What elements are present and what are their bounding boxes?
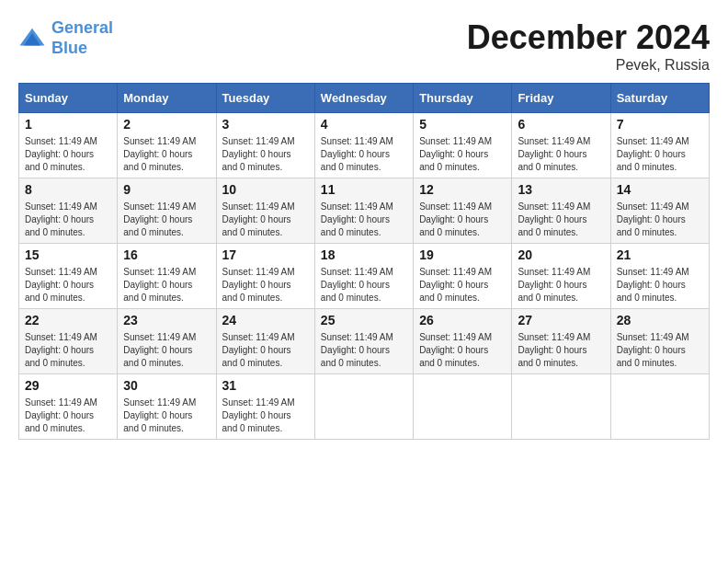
day-number: 14 (617, 182, 703, 197)
day-info: Sunset: 11:49 AM Daylight: 0 hours and 0… (25, 266, 111, 304)
calendar-day-header: Friday (512, 84, 610, 113)
calendar-week-row: 15Sunset: 11:49 AM Daylight: 0 hours and… (19, 244, 710, 309)
calendar-week-row: 29Sunset: 11:49 AM Daylight: 0 hours and… (19, 374, 710, 440)
calendar-cell: 8Sunset: 11:49 AM Daylight: 0 hours and … (19, 178, 118, 244)
location: Pevek, Russia (467, 57, 710, 74)
calendar-cell: 14Sunset: 11:49 AM Daylight: 0 hours and… (610, 178, 709, 244)
day-number: 18 (321, 247, 407, 262)
page-header: General Blue December 2024 Pevek, Russia (18, 18, 710, 74)
calendar-cell: 12Sunset: 11:49 AM Daylight: 0 hours and… (414, 178, 512, 244)
calendar-week-row: 8Sunset: 11:49 AM Daylight: 0 hours and … (19, 178, 710, 244)
calendar-cell: 5Sunset: 11:49 AM Daylight: 0 hours and … (414, 113, 512, 178)
day-number: 2 (123, 117, 210, 132)
day-info: Sunset: 11:49 AM Daylight: 0 hours and 0… (617, 331, 703, 370)
day-number: 21 (617, 247, 703, 262)
day-info: Sunset: 11:49 AM Daylight: 0 hours and 0… (321, 201, 407, 239)
calendar-header-row: SundayMondayTuesdayWednesdayThursdayFrid… (19, 84, 710, 113)
day-info: Sunset: 11:49 AM Daylight: 0 hours and 0… (419, 266, 506, 304)
day-info: Sunset: 11:49 AM Daylight: 0 hours and 0… (419, 331, 506, 370)
day-number: 30 (123, 378, 210, 393)
day-info: Sunset: 11:49 AM Daylight: 0 hours and 0… (518, 135, 604, 174)
day-info: Sunset: 11:49 AM Daylight: 0 hours and 0… (123, 396, 210, 435)
day-info: Sunset: 11:49 AM Daylight: 0 hours and 0… (321, 266, 407, 304)
day-info: Sunset: 11:49 AM Daylight: 0 hours and 0… (25, 396, 111, 435)
calendar-day-header: Wednesday (314, 84, 413, 113)
day-number: 7 (617, 117, 703, 132)
day-number: 8 (25, 182, 111, 197)
day-info: Sunset: 11:49 AM Daylight: 0 hours and 0… (123, 331, 210, 370)
calendar-cell: 23Sunset: 11:49 AM Daylight: 0 hours and… (118, 309, 216, 374)
calendar-cell (414, 374, 512, 440)
day-info: Sunset: 11:49 AM Daylight: 0 hours and 0… (123, 135, 210, 174)
calendar-cell: 26Sunset: 11:49 AM Daylight: 0 hours and… (414, 309, 512, 374)
title-area: December 2024 Pevek, Russia (467, 18, 710, 74)
logo-icon (18, 25, 46, 52)
day-number: 24 (222, 313, 309, 327)
day-info: Sunset: 11:49 AM Daylight: 0 hours and 0… (617, 266, 703, 304)
day-number: 6 (518, 117, 604, 132)
day-number: 29 (25, 378, 111, 393)
calendar-cell (314, 374, 413, 440)
calendar-cell: 9Sunset: 11:49 AM Daylight: 0 hours and … (118, 178, 216, 244)
day-info: Sunset: 11:49 AM Daylight: 0 hours and 0… (617, 201, 703, 239)
calendar-cell: 30Sunset: 11:49 AM Daylight: 0 hours and… (118, 374, 216, 440)
day-number: 5 (419, 117, 506, 132)
day-number: 17 (222, 247, 309, 262)
calendar-cell: 6Sunset: 11:49 AM Daylight: 0 hours and … (512, 113, 610, 178)
day-info: Sunset: 11:49 AM Daylight: 0 hours and 0… (321, 135, 407, 174)
day-number: 13 (518, 182, 604, 197)
day-info: Sunset: 11:49 AM Daylight: 0 hours and 0… (25, 331, 111, 370)
day-number: 31 (222, 378, 309, 393)
day-number: 25 (321, 313, 407, 327)
logo: General Blue (18, 18, 113, 58)
day-info: Sunset: 11:49 AM Daylight: 0 hours and 0… (222, 266, 309, 304)
calendar-cell: 25Sunset: 11:49 AM Daylight: 0 hours and… (314, 309, 413, 374)
day-info: Sunset: 11:49 AM Daylight: 0 hours and 0… (222, 135, 309, 174)
day-number: 4 (321, 117, 407, 132)
day-number: 23 (123, 313, 210, 327)
calendar-cell: 22Sunset: 11:49 AM Daylight: 0 hours and… (19, 309, 118, 374)
logo-text: General Blue (51, 18, 113, 58)
calendar-cell: 2Sunset: 11:49 AM Daylight: 0 hours and … (118, 113, 216, 178)
day-number: 19 (419, 247, 506, 262)
day-info: Sunset: 11:49 AM Daylight: 0 hours and 0… (123, 266, 210, 304)
day-info: Sunset: 11:49 AM Daylight: 0 hours and 0… (518, 201, 604, 239)
day-info: Sunset: 11:49 AM Daylight: 0 hours and 0… (419, 135, 506, 174)
day-number: 16 (123, 247, 210, 262)
day-number: 3 (222, 117, 309, 132)
calendar-cell: 7Sunset: 11:49 AM Daylight: 0 hours and … (610, 113, 709, 178)
day-info: Sunset: 11:49 AM Daylight: 0 hours and 0… (518, 266, 604, 304)
day-number: 27 (518, 313, 604, 327)
calendar-cell: 3Sunset: 11:49 AM Daylight: 0 hours and … (216, 113, 314, 178)
calendar-cell (610, 374, 709, 440)
day-number: 10 (222, 182, 309, 197)
calendar-cell (512, 374, 610, 440)
calendar-table: SundayMondayTuesdayWednesdayThursdayFrid… (18, 83, 710, 440)
calendar-cell: 28Sunset: 11:49 AM Daylight: 0 hours and… (610, 309, 709, 374)
calendar-cell: 18Sunset: 11:49 AM Daylight: 0 hours and… (314, 244, 413, 309)
day-number: 22 (25, 313, 111, 327)
day-number: 28 (617, 313, 703, 327)
calendar-cell: 24Sunset: 11:49 AM Daylight: 0 hours and… (216, 309, 314, 374)
day-info: Sunset: 11:49 AM Daylight: 0 hours and 0… (518, 331, 604, 370)
calendar-cell: 13Sunset: 11:49 AM Daylight: 0 hours and… (512, 178, 610, 244)
calendar-day-header: Sunday (19, 84, 118, 113)
day-number: 9 (123, 182, 210, 197)
calendar-cell: 27Sunset: 11:49 AM Daylight: 0 hours and… (512, 309, 610, 374)
calendar-day-header: Tuesday (216, 84, 314, 113)
calendar-cell: 1Sunset: 11:49 AM Daylight: 0 hours and … (19, 113, 118, 178)
calendar-cell: 16Sunset: 11:49 AM Daylight: 0 hours and… (118, 244, 216, 309)
calendar-day-header: Thursday (414, 84, 512, 113)
day-info: Sunset: 11:49 AM Daylight: 0 hours and 0… (617, 135, 703, 174)
day-number: 26 (419, 313, 506, 327)
calendar-cell: 21Sunset: 11:49 AM Daylight: 0 hours and… (610, 244, 709, 309)
calendar-cell: 20Sunset: 11:49 AM Daylight: 0 hours and… (512, 244, 610, 309)
calendar-day-header: Monday (118, 84, 216, 113)
day-number: 12 (419, 182, 506, 197)
day-number: 15 (25, 247, 111, 262)
day-info: Sunset: 11:49 AM Daylight: 0 hours and 0… (25, 201, 111, 239)
month-title: December 2024 (467, 18, 710, 57)
calendar-cell: 19Sunset: 11:49 AM Daylight: 0 hours and… (414, 244, 512, 309)
day-number: 1 (25, 117, 111, 132)
day-info: Sunset: 11:49 AM Daylight: 0 hours and 0… (25, 135, 111, 174)
